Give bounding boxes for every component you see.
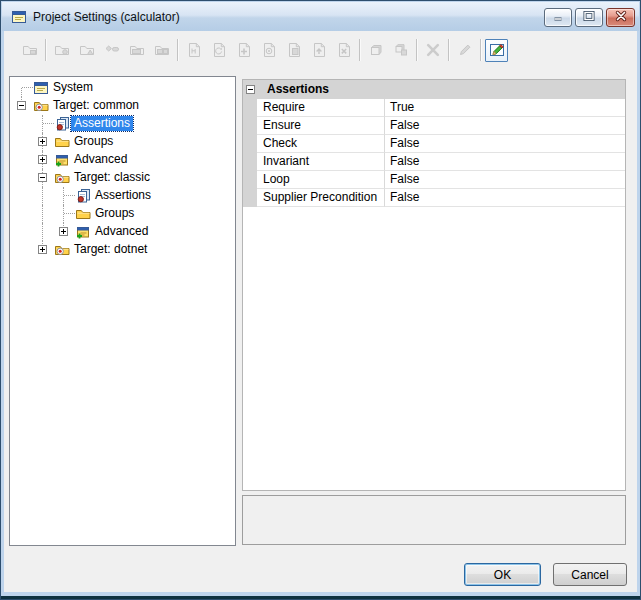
property-row-invariant: InvariantFalse [243, 153, 625, 171]
doc-target-icon [261, 42, 277, 58]
doc-add-button[interactable] [232, 39, 255, 62]
tree-item-label: Target: common [50, 98, 142, 113]
target-icon [54, 170, 70, 186]
expand-icon[interactable] [59, 227, 68, 236]
tree-item-target-classic[interactable]: Target: classic [10, 169, 235, 187]
tree-item-label: Target: classic [71, 170, 153, 185]
folder-icon [75, 206, 91, 222]
doc-up-button[interactable] [307, 39, 330, 62]
assertions-icon [75, 188, 91, 204]
property-value[interactable]: False [385, 189, 625, 207]
expand-icon[interactable] [38, 155, 47, 164]
doc-copy-button[interactable] [282, 39, 305, 62]
edit-button[interactable] [485, 39, 508, 62]
doc-reload-button[interactable] [207, 39, 230, 62]
doc-h-icon [186, 42, 202, 58]
property-name: Invariant [257, 153, 385, 171]
key-value-button[interactable] [100, 39, 123, 62]
tree-item-label: Advanced [92, 224, 151, 239]
property-value[interactable]: False [385, 153, 625, 171]
tree-item-label: Target: dotnet [71, 242, 150, 257]
property-value[interactable]: False [385, 117, 625, 135]
folder-add-icon [54, 42, 70, 58]
folder-template-icon [79, 42, 95, 58]
tree-item-system[interactable]: System [10, 79, 235, 97]
tree-item-assertions[interactable]: Assertions [10, 187, 235, 205]
tree-item-advanced[interactable]: Advanced [10, 151, 235, 169]
app-icon [11, 9, 27, 25]
property-name: Check [257, 135, 385, 153]
property-value[interactable]: False [385, 171, 625, 189]
tree-item-target-common[interactable]: Target: common [10, 97, 235, 115]
toolbar-separator [480, 39, 481, 61]
target-icon [54, 242, 70, 258]
library-cluster-icon [154, 42, 170, 58]
tree-item-label: Advanced [71, 152, 130, 167]
collapse-icon[interactable] [17, 101, 26, 110]
minimize-icon [551, 9, 565, 26]
cube-copy-icon [393, 42, 409, 58]
toolbar-separator [45, 39, 46, 61]
folder-add-button[interactable] [50, 39, 73, 62]
property-name: Supplier Precondition [257, 189, 385, 207]
property-row-ensure: EnsureFalse [243, 117, 625, 135]
toolbar-separator [359, 39, 360, 61]
property-gutter [243, 153, 257, 171]
tree-item-label: Groups [71, 134, 116, 149]
expand-icon[interactable] [38, 245, 47, 254]
tree-item-groups[interactable]: Groups [10, 205, 235, 223]
library-cluster-button[interactable] [150, 39, 173, 62]
close-button[interactable] [606, 8, 635, 27]
window-title: Project Settings (calculator) [33, 10, 180, 24]
minimize-button[interactable] [544, 8, 572, 27]
property-name: Ensure [257, 117, 385, 135]
tree-item-advanced[interactable]: Advanced [10, 223, 235, 241]
project-settings-window: Project Settings (calculator) SystemTarg… [0, 0, 641, 600]
tree-guide-line [42, 187, 43, 205]
settings-tree[interactable]: SystemTarget: commonAssertionsGroupsAdva… [9, 76, 236, 546]
doc-remove-button[interactable] [332, 39, 355, 62]
tree-item-target-dotnet[interactable]: Target: dotnet [10, 241, 235, 259]
dialog-content: SystemTarget: commonAssertionsGroupsAdva… [4, 31, 637, 592]
cube-icon [368, 42, 384, 58]
folder-save-button[interactable] [18, 39, 41, 62]
advanced-icon [75, 224, 91, 240]
property-grid: Assertions RequireTrueEnsureFalseCheckFa… [242, 79, 626, 491]
tree-guide-line [21, 88, 22, 97]
expand-icon[interactable] [38, 137, 47, 146]
property-rows: RequireTrueEnsureFalseCheckFalseInvarian… [243, 99, 625, 207]
doc-target-button[interactable] [257, 39, 280, 62]
cube-copy-button[interactable] [389, 39, 412, 62]
folder-template-button[interactable] [75, 39, 98, 62]
doc-reload-icon [211, 42, 227, 58]
folder-library-button[interactable] [125, 39, 148, 62]
collapse-icon[interactable] [246, 85, 255, 94]
advanced-icon [54, 152, 70, 168]
pencil-icon [489, 42, 505, 58]
tree-guide-line [63, 187, 64, 205]
maximize-icon [582, 9, 596, 26]
doc-copy-icon [286, 42, 302, 58]
edit-gray-button[interactable] [453, 39, 476, 62]
assertions-icon [54, 116, 70, 132]
tree-item-assertions[interactable]: Assertions [10, 115, 235, 133]
property-row-require: RequireTrue [243, 99, 625, 117]
folder-save-icon [22, 42, 38, 58]
tree-guide-line [43, 123, 54, 124]
tree-guide-line [42, 223, 43, 241]
property-value[interactable]: False [385, 135, 625, 153]
collapse-icon[interactable] [38, 173, 47, 182]
category-row-assertions[interactable]: Assertions [243, 80, 625, 99]
cube-button[interactable] [364, 39, 387, 62]
doc-h-button[interactable] [182, 39, 205, 62]
delete-button[interactable] [421, 39, 444, 62]
tree-guide-line [64, 213, 75, 214]
tree-item-label: Groups [92, 206, 137, 221]
key-value-icon [104, 42, 120, 58]
cancel-button[interactable]: Cancel [553, 563, 627, 586]
tree-item-groups[interactable]: Groups [10, 133, 235, 151]
delete-icon [425, 42, 441, 58]
ok-button[interactable]: OK [464, 563, 541, 586]
property-value[interactable]: True [385, 99, 625, 117]
maximize-button[interactable] [575, 8, 603, 27]
